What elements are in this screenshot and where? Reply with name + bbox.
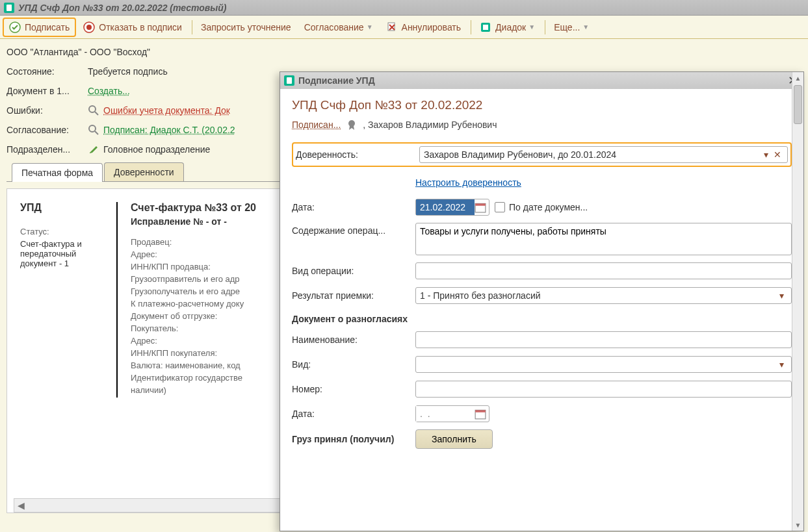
calendar-icon[interactable] bbox=[475, 408, 486, 420]
svg-rect-12 bbox=[475, 203, 486, 205]
svg-rect-6 bbox=[483, 25, 488, 30]
scroll-thumb[interactable] bbox=[794, 85, 802, 124]
pencil-icon[interactable] bbox=[88, 144, 99, 155]
diadoc-label: Диадок bbox=[495, 22, 526, 32]
dtype-label: Вид: bbox=[292, 359, 415, 370]
dtype-select[interactable]: ▾ bbox=[415, 356, 792, 373]
magnifier-icon[interactable] bbox=[88, 105, 99, 116]
svg-point-10 bbox=[348, 120, 355, 127]
medal-icon bbox=[346, 119, 358, 131]
content-label: Содержание операц... bbox=[292, 223, 415, 236]
reject-label: Отказать в подписи bbox=[99, 22, 182, 32]
svg-rect-0 bbox=[7, 5, 12, 11]
by-doc-date-label: По дате докумен... bbox=[509, 202, 588, 212]
sign-button[interactable]: Подписать bbox=[3, 18, 76, 37]
date-input-wrap bbox=[415, 199, 489, 216]
chevron-down-icon[interactable]: ▾ bbox=[775, 290, 787, 301]
annul-button[interactable]: Аннулировать bbox=[380, 18, 467, 36]
errors-value[interactable]: Ошибки учета документа: Док bbox=[103, 105, 230, 116]
window-titlebar: УПД Счф Доп №33 от 20.02.2022 (тестовый) bbox=[0, 0, 808, 16]
chevron-down-icon: ▼ bbox=[528, 23, 535, 31]
poa-label: Доверенность: bbox=[296, 149, 419, 160]
modal-body: УПД Счф Доп №33 от 20.02.2022 Подписан..… bbox=[280, 89, 803, 531]
optype-label: Вид операции: bbox=[292, 266, 415, 276]
tab-poa[interactable]: Доверенности bbox=[104, 162, 184, 181]
more-menu[interactable]: Еще... ▼ bbox=[548, 19, 595, 36]
dnum-input[interactable] bbox=[415, 381, 792, 398]
approval-value[interactable]: Подписан: Диадок С.Т. (20.02.2 bbox=[103, 125, 235, 135]
scroll-up-icon[interactable]: ▲ bbox=[792, 72, 803, 84]
diadoc-icon bbox=[480, 21, 491, 33]
signer-name: , Захаров Владимир Рубенович bbox=[363, 120, 497, 130]
fill-button[interactable]: Заполнить bbox=[415, 429, 493, 449]
signer-label[interactable]: Подписан... bbox=[292, 120, 341, 130]
poa-select[interactable]: Захаров Владимир Рубенович, до 20.01.202… bbox=[419, 146, 788, 163]
reject-button[interactable]: Отказать в подписи bbox=[77, 18, 188, 36]
result-label: Результат приемки: bbox=[292, 290, 415, 301]
calendar-icon[interactable] bbox=[475, 201, 486, 213]
toolbar-separator bbox=[192, 20, 192, 34]
content-textarea[interactable] bbox=[415, 223, 792, 255]
dnum-label: Номер: bbox=[292, 384, 415, 394]
ddate-input-wrap bbox=[415, 405, 489, 422]
request-button[interactable]: Запросить уточнение bbox=[195, 19, 297, 36]
chevron-down-icon: ▼ bbox=[367, 23, 373, 31]
approval-menu[interactable]: Согласование ▼ bbox=[298, 19, 379, 36]
cargo-label: Груз принял (получил) bbox=[292, 434, 415, 444]
sign-modal: Подписание УПД ✕ УПД Счф Доп №33 от 20.0… bbox=[280, 71, 804, 531]
svg-point-3 bbox=[86, 25, 92, 30]
ddate-input[interactable] bbox=[416, 406, 475, 422]
scroll-down-icon[interactable]: ▼ bbox=[792, 519, 803, 531]
date-label: Дата: bbox=[292, 202, 415, 212]
approval-label: Согласование: bbox=[7, 125, 88, 135]
app-icon bbox=[4, 3, 14, 13]
result-value: 1 - Принято без разногласий bbox=[420, 290, 541, 301]
vertical-scrollbar[interactable]: ▲ ▼ bbox=[792, 72, 803, 531]
sign-label: Подписать bbox=[25, 22, 70, 32]
chevron-down-icon[interactable]: ▾ bbox=[775, 359, 787, 370]
chevron-down-icon[interactable]: ▾ bbox=[760, 149, 772, 160]
reject-icon bbox=[83, 21, 95, 33]
errors-label: Ошибки: bbox=[7, 105, 88, 116]
toolbar-separator bbox=[471, 20, 471, 34]
svg-point-8 bbox=[89, 125, 96, 132]
configure-poa-link[interactable]: Настроить доверенность bbox=[415, 177, 521, 188]
dept-label: Подразделен... bbox=[7, 144, 88, 155]
status-label: Статус: bbox=[20, 227, 110, 236]
dispute-header: Документ о разногласиях bbox=[292, 314, 792, 324]
dept-value: Головное подразделение bbox=[103, 144, 210, 155]
status-value: Счет-фактура и передаточный документ - 1 bbox=[20, 239, 110, 268]
app-icon bbox=[284, 75, 294, 86]
diadoc-menu[interactable]: Диадок ▼ bbox=[474, 18, 541, 36]
clear-icon[interactable]: ✕ bbox=[772, 149, 783, 160]
magnifier-icon[interactable] bbox=[88, 124, 99, 136]
poa-row: Доверенность: Захаров Владимир Рубенович… bbox=[292, 142, 792, 167]
create-link[interactable]: Создать... bbox=[88, 86, 130, 96]
modal-title: Подписание УПД bbox=[298, 75, 785, 86]
svg-point-7 bbox=[89, 106, 96, 112]
annul-icon bbox=[386, 21, 398, 33]
date-input[interactable] bbox=[416, 199, 475, 215]
scroll-left-icon[interactable]: ◀ bbox=[14, 500, 27, 511]
ddate-label: Дата: bbox=[292, 409, 415, 419]
tab-print-form[interactable]: Печатная форма bbox=[12, 163, 103, 182]
by-doc-date-checkbox[interactable] bbox=[495, 202, 505, 212]
modal-heading: УПД Счф Доп №33 от 20.02.2022 bbox=[292, 98, 792, 112]
svg-rect-9 bbox=[287, 77, 292, 84]
dname-input[interactable] bbox=[415, 331, 792, 348]
poa-value: Захаров Владимир Рубенович, до 20.01.202… bbox=[424, 149, 616, 160]
svg-rect-14 bbox=[475, 410, 486, 412]
upd-heading: УПД bbox=[20, 202, 110, 214]
result-select[interactable]: 1 - Принято без разногласий ▾ bbox=[415, 287, 792, 304]
state-label: Состояние: bbox=[7, 66, 88, 77]
chevron-down-icon: ▼ bbox=[582, 23, 589, 31]
modal-titlebar: Подписание УПД ✕ bbox=[280, 72, 803, 89]
check-icon bbox=[9, 21, 21, 33]
toolbar: Подписать Отказать в подписи Запросить у… bbox=[0, 16, 808, 39]
optype-input[interactable] bbox=[415, 262, 792, 279]
orgs-text: ООО "Атлантида" - ООО "Восход" bbox=[7, 47, 150, 57]
annul-label: Аннулировать bbox=[402, 22, 462, 32]
request-label: Запросить уточнение bbox=[201, 22, 291, 32]
more-label: Еще... bbox=[554, 22, 580, 32]
window-title: УПД Счф Доп №33 от 20.02.2022 (тестовый) bbox=[18, 3, 226, 13]
